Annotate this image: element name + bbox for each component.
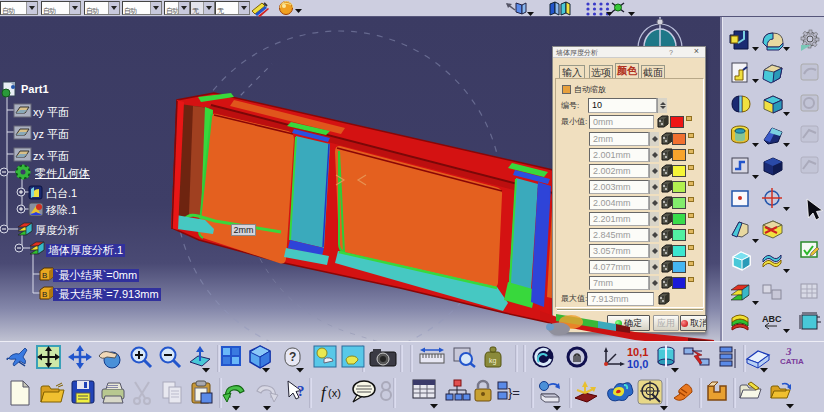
svg-text:CATIA: CATIA [780, 357, 804, 366]
svg-text:B: B [42, 290, 47, 299]
svg-text:3: 3 [785, 345, 792, 357]
svg-text:10,0: 10,0 [627, 358, 648, 370]
svg-text:B: B [42, 271, 47, 280]
svg-text:}=: }= [508, 385, 520, 400]
svg-text:f: f [321, 383, 328, 402]
svg-text:ABC: ABC [762, 314, 782, 324]
svg-text:10,1: 10,1 [627, 346, 648, 358]
svg-text:?: ? [297, 383, 305, 399]
svg-text:(x): (x) [328, 387, 341, 399]
svg-text:kg: kg [489, 357, 497, 365]
svg-text:?: ? [289, 350, 296, 364]
